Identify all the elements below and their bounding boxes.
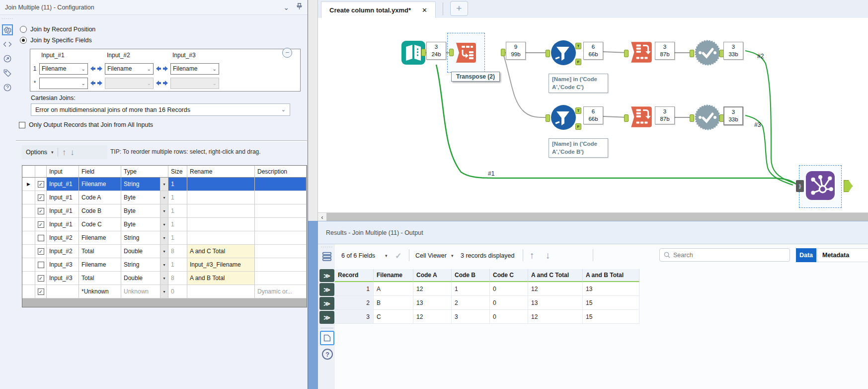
description-cell[interactable]: Dynamic or... <box>255 285 307 298</box>
input-anchor[interactable] <box>690 50 694 57</box>
swap-arrows-icon[interactable] <box>156 81 168 86</box>
result-row[interactable]: 1A12101213 <box>335 282 639 296</box>
input-anchor[interactable] <box>690 114 694 122</box>
filter-tool[interactable] <box>551 104 576 132</box>
radio-join-by-record-position[interactable]: Join by Record Position <box>20 26 95 33</box>
size-cell[interactable]: 0 <box>168 285 187 298</box>
type-dropdown-cell[interactable]: String▾ <box>121 258 168 272</box>
connection-badge[interactable]: 666b <box>583 106 603 124</box>
type-dropdown-cell[interactable]: String▾ <box>121 178 168 191</box>
filter-annotation[interactable]: [Name] in ('Code A','Code B') <box>549 138 608 158</box>
caret-down-icon[interactable]: ▾ <box>451 249 454 262</box>
new-tab-button[interactable]: + <box>450 1 468 16</box>
true-output-anchor[interactable]: T <box>575 107 581 114</box>
checkbox-icon[interactable]: ✓ <box>38 208 44 214</box>
connection-badge[interactable]: 666b <box>583 42 603 60</box>
column-header[interactable]: Code C <box>490 269 528 282</box>
only-output-checkbox-row[interactable]: Only Output Records that Join from All I… <box>19 121 153 128</box>
field-cell[interactable]: Code C <box>79 218 121 231</box>
row-checkbox-cell[interactable]: ✓ <box>35 191 47 204</box>
field-cell[interactable]: Total <box>79 245 121 258</box>
help-button[interactable]: ? <box>322 349 333 360</box>
expand-row-button[interactable]: ≫ <box>319 297 334 310</box>
column-header[interactable]: Code B <box>452 269 490 282</box>
input-cell[interactable]: Input_#3 <box>47 272 79 285</box>
checkbox-icon[interactable]: ✓ <box>38 181 44 188</box>
size-cell[interactable]: 8 <box>168 272 187 285</box>
cross-tab-tool[interactable] <box>629 104 654 131</box>
row-checkbox-cell[interactable] <box>35 231 47 245</box>
filter-tool[interactable] <box>551 40 576 67</box>
join-multiple-tool[interactable] <box>806 171 835 201</box>
move-up-button[interactable]: ↑ <box>62 148 67 157</box>
size-cell[interactable]: 1 <box>168 218 187 231</box>
field-cell[interactable]: Filename <box>79 178 121 191</box>
type-dropdown-cell[interactable]: Double▾ <box>121 245 168 258</box>
input-anchor[interactable] <box>624 114 629 122</box>
expand-row-button[interactable]: ≫ <box>319 311 334 324</box>
input-anchor[interactable] <box>449 49 454 56</box>
rename-cell[interactable]: A and B Total <box>187 272 255 285</box>
remove-join-field-button[interactable]: − <box>282 48 292 58</box>
cartesian-joins-select[interactable]: Error on multidimensional joins of more … <box>31 103 290 116</box>
input-anchor[interactable] <box>546 50 550 57</box>
checkbox-icon[interactable] <box>38 235 44 241</box>
workflow-tab[interactable]: Create column total.yxmd* ✕ <box>321 1 436 18</box>
column-header[interactable]: A and B Total <box>583 269 639 282</box>
cross-tab-tool[interactable] <box>629 40 654 66</box>
rename-cell[interactable] <box>187 218 255 231</box>
navigation-tab-icon[interactable] <box>2 53 13 64</box>
description-cell[interactable] <box>255 245 307 258</box>
type-dropdown-cell[interactable]: Unknown▾ <box>121 285 168 298</box>
row-checkbox-cell[interactable]: ✓ <box>35 285 47 298</box>
options-button[interactable]: Options <box>26 149 47 156</box>
pin-icon[interactable] <box>296 3 303 11</box>
table-layout-icon[interactable] <box>321 251 332 263</box>
connection-badge[interactable]: 333b <box>723 106 743 125</box>
check-tool[interactable] <box>695 40 720 67</box>
type-dropdown-cell[interactable]: Byte▾ <box>121 191 168 204</box>
tag-tab-icon[interactable] <box>2 68 13 79</box>
size-cell[interactable]: 1 <box>168 178 187 191</box>
checkbox-icon[interactable]: ✓ <box>38 221 44 228</box>
rename-cell[interactable]: Input_#3_Filename <box>187 258 255 272</box>
results-search[interactable] <box>659 248 790 262</box>
result-row[interactable]: 3C12301215 <box>335 310 639 324</box>
search-input[interactable] <box>673 252 786 259</box>
input-anchor[interactable] <box>624 50 629 57</box>
input-cell[interactable]: Input_#1 <box>47 191 79 204</box>
move-down-button[interactable]: ↓ <box>70 148 75 157</box>
radio-circle-selected-icon[interactable] <box>20 37 27 44</box>
configuration-tab-gear-icon[interactable] <box>2 24 13 35</box>
checkbox-icon[interactable] <box>38 262 44 268</box>
input-cell[interactable]: Input_#1 <box>47 178 79 191</box>
type-dropdown-button[interactable]: ▾ <box>160 272 168 285</box>
expand-row-button[interactable]: ≫ <box>319 283 334 296</box>
field-row[interactable]: ✓Input_#2TotalDouble▾8A and C Total <box>22 245 307 258</box>
field-row[interactable]: ✓Input_#1Code CByte▾1 <box>22 218 307 231</box>
output-anchor[interactable] <box>501 49 505 56</box>
size-cell[interactable]: 8 <box>168 245 187 258</box>
join-field-select-new-1[interactable]: ⌄ <box>39 78 88 89</box>
size-cell[interactable]: 1 <box>168 204 187 218</box>
type-dropdown-cell[interactable]: String▾ <box>121 231 168 245</box>
expand-row-button[interactable]: ≫ <box>319 269 334 282</box>
size-cell[interactable]: 1 <box>168 191 187 204</box>
join-field-select-3[interactable]: Filename⌄ <box>170 63 219 75</box>
field-row[interactable]: ✓Input_#1Code AByte▾1 <box>22 191 307 204</box>
description-cell[interactable] <box>255 218 307 231</box>
row-checkbox-cell[interactable]: ✓ <box>35 245 47 258</box>
type-dropdown-cell[interactable]: Byte▾ <box>121 218 168 231</box>
field-row[interactable]: ✓Input_#1Code BByte▾1 <box>22 204 307 218</box>
input-cell[interactable]: Input_#2 <box>47 245 79 258</box>
scroll-left-button[interactable]: ‹ <box>318 213 326 221</box>
panel-splitter[interactable] <box>308 0 318 389</box>
input-cell[interactable]: Input_#3 <box>47 258 79 272</box>
field-row[interactable]: ▶✓Input_#1FilenameString▾1 <box>22 178 307 191</box>
rename-cell[interactable] <box>187 285 255 298</box>
swap-arrows-icon[interactable] <box>90 66 103 71</box>
field-cell[interactable]: Filename <box>79 258 121 272</box>
canvas-horizontal-scrollbar[interactable]: ‹ <box>318 212 868 221</box>
input-anchor[interactable] <box>546 114 550 122</box>
scroll-down-button[interactable]: ↓ <box>546 249 551 262</box>
